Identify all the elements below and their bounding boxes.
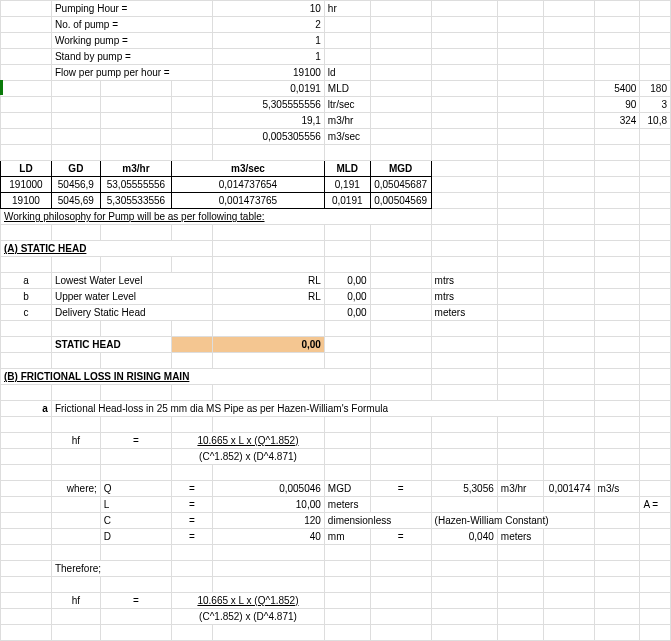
val-pumping-hour: 10 <box>212 1 324 17</box>
section-b-title: (B) FRICTIONAL LOSS IN RISING MAIN <box>1 369 371 385</box>
side-324: 324 <box>594 113 640 129</box>
eq-sign2: = <box>100 593 171 609</box>
c-note: (Hazen-William Constant) <box>431 513 594 529</box>
section-a-title: (A) STATIC HEAD <box>1 241 213 257</box>
q-val3: 0,001474 <box>543 481 594 497</box>
c-val: 120 <box>212 513 324 529</box>
unit-m3hr: m3/hr <box>324 113 370 129</box>
eq-q: = <box>172 481 213 497</box>
label-working-pump: Working pump = <box>51 33 212 49</box>
col-gd: GD <box>51 161 100 177</box>
row-c-label: Delivery Static Head <box>51 305 212 321</box>
row-c-idx: c <box>1 305 52 321</box>
d-unit: mm <box>324 529 370 545</box>
hf-label2: hf <box>51 593 100 609</box>
row-b-rl: RL <box>212 289 324 305</box>
var-d: D <box>100 529 171 545</box>
table-row: 0,014737654 <box>172 177 325 193</box>
table-row: 191000 <box>1 177 52 193</box>
b-a-text: Frictional Head-loss in 25 mm dia MS Pip… <box>51 401 543 417</box>
side-5400: 5400 <box>594 81 640 97</box>
row-a-rl: RL <box>212 273 324 289</box>
label-no-of-pump: No. of pump = <box>51 17 212 33</box>
where-label: where; <box>51 481 100 497</box>
table-row: 53,05555556 <box>100 177 171 193</box>
var-q: Q <box>100 481 171 497</box>
val-flow-ld: 19100 <box>212 65 324 81</box>
var-c: C <box>100 513 171 529</box>
col-ld: LD <box>1 161 52 177</box>
table-row: 5045,69 <box>51 193 100 209</box>
table-row: 0,05045687 <box>370 177 431 193</box>
d-unit2: meters <box>497 529 543 545</box>
var-l: L <box>100 497 171 513</box>
a-equals: A = <box>640 497 671 513</box>
unit-mld: MLD <box>324 81 370 97</box>
q-unit2: m3/hr <box>497 481 543 497</box>
val-standby-pump: 1 <box>212 49 324 65</box>
q-unit3: m3/s <box>594 481 640 497</box>
row-b-unit: mtrs <box>431 289 497 305</box>
table-row: 19100 <box>1 193 52 209</box>
unit-m3sec: m3/sec <box>324 129 370 145</box>
side-180: 180 <box>640 81 671 97</box>
val-flow-m3hr: 19,1 <box>212 113 324 129</box>
static-head-label: STATIC HEAD <box>51 337 171 353</box>
hf-label: hf <box>51 433 100 449</box>
row-a-val: 0,00 <box>324 273 370 289</box>
unit-hr: hr <box>324 1 370 17</box>
row-b-idx: b <box>1 289 52 305</box>
l-unit: meters <box>324 497 370 513</box>
q-val2: 5,3056 <box>431 481 497 497</box>
label-standby-pump: Stand by pump = <box>51 49 212 65</box>
side-3: 3 <box>640 97 671 113</box>
formula-num: 10.665 x L x (Q^1.852) <box>172 433 325 449</box>
side-90: 90 <box>594 97 640 113</box>
row-c-unit: meters <box>431 305 497 321</box>
side-108: 10,8 <box>640 113 671 129</box>
static-head-value: 0,00 <box>212 337 324 353</box>
formula-num2: 10.665 x L x (Q^1.852) <box>172 593 325 609</box>
eq-c: = <box>172 513 213 529</box>
b-a-idx: a <box>1 401 52 417</box>
unit-ltrsec: ltr/sec <box>324 97 370 113</box>
formula-den2: (C^1.852) x (D^4.871) <box>172 609 325 625</box>
philosophy-text: Working philosophy for Pump will be as p… <box>1 209 432 225</box>
row-b-val: 0,00 <box>324 289 370 305</box>
val-working-pump: 1 <box>212 33 324 49</box>
d-val: 40 <box>212 529 324 545</box>
unit-ld: ld <box>324 65 370 81</box>
q-val: 0,005046 <box>212 481 324 497</box>
table-row: 0,191 <box>324 177 370 193</box>
label-flow-per-pump: Flow per pump per hour = <box>51 65 212 81</box>
therefore-label: Therefore; <box>51 561 171 577</box>
formula-den: (C^1.852) x (D^4.871) <box>172 449 325 465</box>
col-mld: MLD <box>324 161 370 177</box>
q-eq2: = <box>370 481 431 497</box>
d-val2: 0,040 <box>431 529 497 545</box>
label-pumping-hour: Pumping Hour = <box>51 1 212 17</box>
c-unit: dimensionless <box>324 513 431 529</box>
val-flow-ltrsec: 5,305555556 <box>212 97 324 113</box>
row-b-label: Upper water Level <box>51 289 212 305</box>
row-a-idx: a <box>1 273 52 289</box>
eq-sign: = <box>100 433 171 449</box>
col-mgd: MGD <box>370 161 431 177</box>
table-row: 5,305533556 <box>100 193 171 209</box>
table-row: 0,00504569 <box>370 193 431 209</box>
row-a-label: Lowest Water Level <box>51 273 212 289</box>
col-m3hr: m3/hr <box>100 161 171 177</box>
q-unit: MGD <box>324 481 370 497</box>
eq-l: = <box>172 497 213 513</box>
val-no-of-pump: 2 <box>212 17 324 33</box>
eq-d: = <box>172 529 213 545</box>
val-flow-mld: 0,0191 <box>212 81 324 97</box>
table-row: 0,001473765 <box>172 193 325 209</box>
row-c-val: 0,00 <box>324 305 370 321</box>
row-a-unit: mtrs <box>431 273 497 289</box>
table-row: 0,0191 <box>324 193 370 209</box>
l-val: 10,00 <box>212 497 324 513</box>
table-row: 50456,9 <box>51 177 100 193</box>
val-flow-m3sec: 0,005305556 <box>212 129 324 145</box>
col-m3sec: m3/sec <box>172 161 325 177</box>
